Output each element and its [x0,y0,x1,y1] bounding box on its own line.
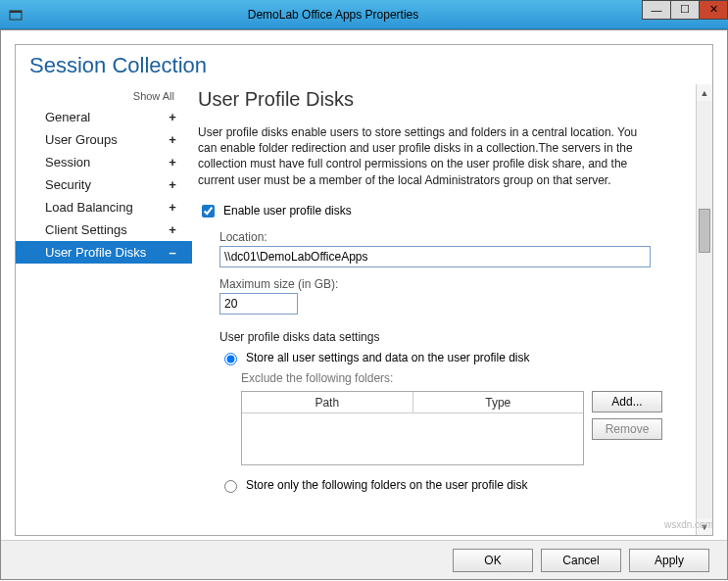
scroll-up-icon[interactable]: ▲ [697,84,712,101]
enable-upd-label: Enable user profile disks [223,204,352,218]
data-settings-label: User profile disks data settings [219,330,706,344]
close-button[interactable]: ✕ [699,0,728,20]
page-title: Session Collection [29,53,699,78]
add-button[interactable]: Add... [592,391,662,412]
sidebar-item-user-groups[interactable]: User Groups + [16,128,192,151]
show-all-link[interactable]: Show All [16,84,192,106]
maxsize-label: Maximum size (in GB): [219,277,706,291]
dialog-footer: OK Cancel Apply [1,540,727,579]
titlebar: DemoLab Office Apps Properties — ☐ ✕ [0,0,728,29]
maximize-button[interactable]: ☐ [670,0,700,20]
sidebar-item-label: Session [45,155,90,169]
expand-icon: + [167,177,178,192]
collapse-icon: – [167,245,178,260]
sidebar: Show All General + User Groups + Session… [16,84,192,535]
expand-icon: + [167,132,178,147]
sidebar-item-label: User Groups [45,132,118,147]
cancel-button[interactable]: Cancel [541,549,621,572]
store-only-radio[interactable] [224,480,237,493]
expand-icon: + [167,200,178,215]
apply-button[interactable]: Apply [629,549,709,572]
expand-icon: + [167,110,178,124]
minimize-button[interactable]: — [642,0,671,20]
ok-button[interactable]: OK [453,549,533,572]
app-icon [8,7,24,23]
svg-rect-1 [10,11,22,13]
main-panel: User Profile Disks User profile disks en… [192,84,712,535]
vertical-scrollbar[interactable]: ▲ ▼ [696,84,712,535]
store-all-radio[interactable] [224,353,237,365]
exclude-folders-label: Exclude the following folders: [241,371,706,385]
sidebar-item-general[interactable]: General + [16,106,192,128]
sidebar-item-client-settings[interactable]: Client Settings + [16,218,192,241]
dialog-header: Session Collection [16,45,712,84]
scroll-thumb[interactable] [699,209,710,253]
expand-icon: + [167,222,178,237]
location-input[interactable] [219,246,651,267]
sidebar-item-label: Client Settings [45,222,127,237]
section-description: User profile disks enable users to store… [198,124,658,188]
watermark: wsxdn.com [664,519,713,530]
sidebar-item-session[interactable]: Session + [16,151,192,173]
sidebar-item-security[interactable]: Security + [16,173,192,196]
sidebar-item-label: Load Balancing [45,200,133,215]
enable-upd-checkbox[interactable] [202,205,215,218]
window-title: DemoLab Office Apps Properties [24,8,643,22]
expand-icon: + [167,155,178,169]
scroll-track[interactable] [697,101,712,518]
sidebar-item-label: General [45,110,90,124]
dialog-body: Session Collection Show All General + Us… [0,29,728,580]
sidebar-item-load-balancing[interactable]: Load Balancing + [16,196,192,218]
column-header-type[interactable]: Type [413,392,584,412]
remove-button[interactable]: Remove [592,418,662,440]
maxsize-input[interactable] [219,293,298,315]
sidebar-item-label: Security [45,177,91,192]
sidebar-item-label: User Profile Disks [45,245,146,260]
section-heading: User Profile Disks [198,88,706,111]
exclude-folders-table[interactable]: Path Type [241,391,584,465]
column-header-path[interactable]: Path [242,392,413,412]
store-only-label: Store only the following folders on the … [246,478,528,492]
sidebar-item-user-profile-disks[interactable]: User Profile Disks – [16,241,192,264]
location-label: Location: [219,230,706,244]
store-all-label: Store all user settings and data on the … [246,351,530,364]
